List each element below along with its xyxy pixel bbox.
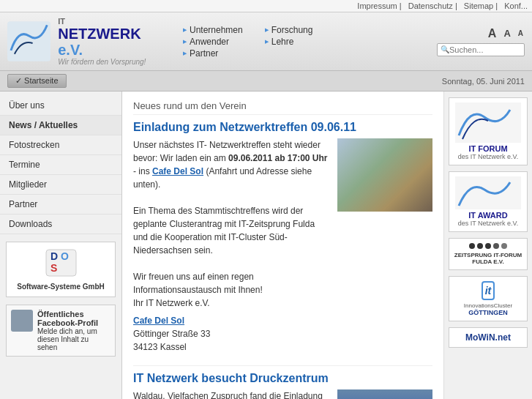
article-2-body: Waldau. Vielfachen Zuspruch fand die Ein… (133, 389, 432, 399)
datenschutz-link[interactable]: Datenschutz (408, 1, 453, 10)
nav-lehre[interactable]: Lehre (265, 37, 313, 47)
article-1-text: Unser nächstes IT- Netzwerktreffen steht… (133, 138, 330, 354)
search-icon: 🔍 (441, 45, 449, 53)
search-box: 🔍 (437, 43, 525, 56)
font-large-btn[interactable]: A (487, 27, 498, 40)
logo-main-text: NETZWERK e.V. (58, 26, 168, 58)
logo-sub-text: Wir fördern den Vorsprung! (58, 58, 168, 66)
sidebar-item-news[interactable]: News / Aktuelles (0, 116, 121, 135)
zeitsprung-title: ZEITSPRUNG IT-FORUM FULDA E.V. (451, 252, 525, 265)
it-goettingen-city: GÖTTINGEN (452, 309, 524, 316)
header: IT NETZWERK e.V. Wir fördern den Vorspru… (0, 12, 532, 71)
it-award-icon (455, 176, 521, 209)
nav-partner-top[interactable]: Partner (183, 48, 243, 59)
sponsor-name: Software-Systeme GmbH (12, 283, 109, 291)
facebook-avatar (11, 310, 33, 332)
facebook-desc: Melde dich an, um diesen Inhalt zu sehen (37, 327, 110, 351)
article-2-photo (337, 389, 432, 399)
cafe-del-sol-link[interactable]: Cafe Del Sol (152, 166, 203, 176)
nav-forschung[interactable]: Forschung (265, 25, 313, 35)
nav-col-2: Forschung Lehre (265, 25, 313, 59)
nav-unternehmen[interactable]: Unternehmen (183, 25, 243, 35)
article-2: IT Netzwerk besucht Druckzentrum Waldau.… (133, 372, 432, 399)
widget-zeitsprung[interactable]: ZEITSPRUNG IT-FORUM FULDA E.V. (449, 238, 528, 270)
mowin-title: MoWiN.net (452, 332, 524, 343)
svg-text:O: O (61, 250, 69, 262)
svg-text:D: D (50, 250, 58, 262)
logo-it-label: IT (58, 17, 168, 26)
konf-link[interactable]: Konf... (504, 1, 528, 10)
address-link[interactable]: Cafe Del Sol (133, 316, 184, 326)
section-title: Neues rund um den Verein (133, 100, 432, 115)
article-1-image (337, 138, 432, 212)
sidebar-item-termine[interactable]: Termine (0, 155, 121, 175)
startseite-button[interactable]: ✓ Startseite (7, 74, 67, 88)
widget-it-award[interactable]: IT AWARD des IT Netzwerk e.V. (449, 171, 528, 232)
main-layout: Über uns News / Aktuelles Fotostrecken T… (0, 92, 532, 399)
sponsor-logo-icon: D O S (45, 248, 78, 277)
article-1-body: Unser nächstes IT- Netzwerktreffen steht… (133, 138, 432, 354)
top-bar: Impressum | Datenschutz | Sitemap | Konf… (0, 0, 532, 12)
nav-links: Unternehmen Anwender Partner Forschung L… (168, 25, 430, 59)
nav-col-1: Unternehmen Anwender Partner (183, 25, 243, 59)
svg-text:S: S (50, 262, 57, 274)
right-sidebar: IT FORUM des IT Netzwerk e.V. IT AWARD d… (444, 92, 532, 399)
it-goettingen-sub: InnovationsCluster (452, 302, 524, 309)
font-controls: A A A (487, 27, 525, 40)
article-2-title[interactable]: IT Netzwerk besucht Druckzentrum (133, 372, 432, 385)
article-2-text: Waldau. Vielfachen Zuspruch fand die Ein… (133, 389, 330, 399)
nav-anwender[interactable]: Anwender (183, 37, 243, 47)
widget-it-forum[interactable]: IT FORUM des IT Netzwerk e.V. (449, 97, 528, 165)
sidebar-item-partner[interactable]: Partner (0, 195, 121, 215)
it-forum-icon (455, 102, 521, 143)
it-award-sub: des IT Netzwerk e.V. (452, 220, 524, 227)
breadcrumb-bar: ✓ Startseite Sonntag, 05. Juni 2011 (0, 71, 532, 92)
date-display: Sonntag, 05. Juni 2011 (442, 77, 525, 86)
address-block: Cafe Del Sol Göttinger Straße 33 34123 K… (133, 314, 330, 354)
sidebar-item-downloads[interactable]: Downloads (0, 215, 121, 234)
sitemap-link[interactable]: Sitemap (464, 1, 493, 10)
facebook-text-area: Öffentliches Facebook-Profil Melde dich … (37, 310, 110, 351)
sidebar-item-fotostrecken[interactable]: Fotostrecken (0, 135, 121, 155)
sidebar: Über uns News / Aktuelles Fotostrecken T… (0, 92, 122, 399)
sidebar-item-ueber-uns[interactable]: Über uns (0, 96, 121, 116)
article-1: Einladung zum Netzwerktreffen 09.06.11 U… (133, 121, 432, 354)
article-divider (133, 365, 432, 366)
it-forum-sub: des IT Netzwerk e.V. (452, 153, 524, 160)
it-goettingen-logo: it (485, 285, 492, 297)
logo-text-area: IT NETZWERK e.V. Wir fördern den Vorspru… (58, 17, 168, 66)
it-forum-title: IT FORUM (452, 144, 524, 153)
logo-area: IT NETZWERK e.V. Wir fördern den Vorspru… (7, 17, 168, 66)
article-1-photo (337, 138, 432, 212)
sidebar-sponsor: D O S Software-Systeme GmbH (6, 242, 116, 297)
search-area: A A A 🔍 (430, 27, 525, 56)
facebook-title: Öffentliches Facebook-Profil (37, 310, 110, 327)
article-1-title[interactable]: Einladung zum Netzwerktreffen 09.06.11 (133, 121, 432, 134)
search-input[interactable] (449, 45, 522, 54)
font-medium-btn[interactable]: A (502, 28, 512, 39)
widget-it-goettingen[interactable]: it InnovationsCluster GÖTTINGEN (449, 276, 528, 321)
sidebar-facebook: Öffentliches Facebook-Profil Melde dich … (6, 305, 116, 357)
it-award-title: IT AWARD (452, 211, 524, 220)
font-small-btn[interactable]: A (517, 29, 525, 37)
sidebar-item-mitglieder[interactable]: Mitglieder (0, 175, 121, 195)
article-2-image (337, 389, 432, 399)
impressum-link[interactable]: Impressum (357, 1, 397, 10)
logo-icon (7, 21, 50, 61)
widget-mowin[interactable]: MoWiN.net (449, 327, 528, 348)
content-area: Neues rund um den Verein Einladung zum N… (122, 92, 444, 399)
